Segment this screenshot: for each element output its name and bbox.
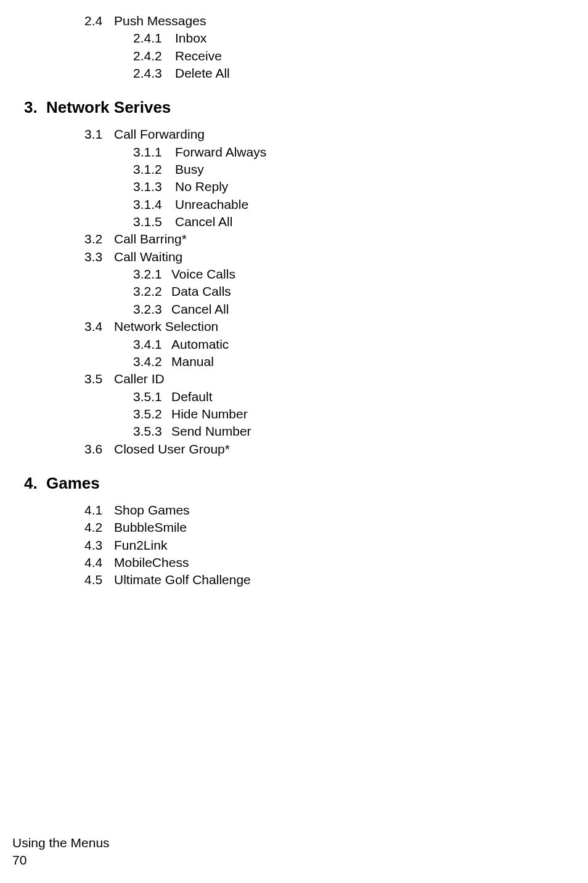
page-footer: Using the Menus 70 xyxy=(12,834,110,868)
item-number: 3.1.2 xyxy=(133,161,175,178)
item-number: 3.4 xyxy=(84,318,114,335)
item-title: Call Forwarding xyxy=(114,127,205,141)
item-number: 3.5 xyxy=(84,370,114,388)
heading-title: Games xyxy=(46,474,100,492)
item-number: 3.2.3 xyxy=(133,301,171,318)
item-title: Ultimate Golf Challenge xyxy=(114,572,251,587)
menu-item-default: 3.5.1Default xyxy=(133,388,576,405)
heading-network-services: 3.Network Serives xyxy=(24,98,576,117)
item-number: 4.3 xyxy=(84,537,114,554)
item-title: Closed User Group* xyxy=(114,442,230,456)
item-number: 3.1.4 xyxy=(133,196,175,213)
item-number: 2.4.1 xyxy=(133,30,175,47)
item-title: Caller ID xyxy=(114,372,165,386)
heading-number: 4. xyxy=(24,474,46,493)
item-title: Forward Always xyxy=(175,145,266,159)
item-number: 3.5.1 xyxy=(133,388,171,405)
item-number: 3.1.3 xyxy=(133,178,175,195)
item-title: Manual xyxy=(171,354,214,368)
menu-item-busy: 3.1.2Busy xyxy=(133,161,576,178)
menu-item-push-messages: 2.4Push Messages xyxy=(84,12,576,30)
item-title: Shop Games xyxy=(114,503,190,517)
menu-item-shop-games: 4.1Shop Games xyxy=(84,502,576,519)
menu-item-send-number: 3.5.3Send Number xyxy=(133,423,576,440)
item-title: Push Messages xyxy=(114,14,206,28)
item-title: Receive xyxy=(175,49,222,63)
footer-section-title: Using the Menus xyxy=(12,834,110,851)
menu-item-caller-id: 3.5Caller ID xyxy=(84,370,576,388)
item-number: 3.4.2 xyxy=(133,353,171,370)
item-number: 3.5.2 xyxy=(133,405,171,423)
page-number: 70 xyxy=(12,852,110,868)
item-number: 3.5.3 xyxy=(133,423,171,440)
menu-item-mobilechess: 4.4MobileChess xyxy=(84,554,576,571)
menu-item-fun2link: 4.3Fun2Link xyxy=(84,537,576,554)
menu-item-closed-user-group: 3.6Closed User Group* xyxy=(84,441,576,458)
menu-item-receive: 2.4.2Receive xyxy=(133,47,576,65)
item-title: Voice Calls xyxy=(171,267,235,281)
menu-item-unreachable: 3.1.4Unreachable xyxy=(133,196,576,213)
item-number: 2.4.2 xyxy=(133,47,175,65)
menu-item-call-forwarding: 3.1Call Forwarding xyxy=(84,126,576,143)
menu-item-automatic: 3.4.1Automatic xyxy=(133,336,576,353)
item-number: 4.2 xyxy=(84,519,114,536)
menu-item-no-reply: 3.1.3No Reply xyxy=(133,178,576,195)
item-number: 3.2.2 xyxy=(133,283,171,300)
menu-item-bubblesmile: 4.2BubbleSmile xyxy=(84,519,576,536)
item-number: 3.3 xyxy=(84,248,114,266)
item-number: 4.4 xyxy=(84,554,114,571)
item-number: 3.6 xyxy=(84,441,114,458)
item-number: 3.2.1 xyxy=(133,266,171,283)
heading-games: 4.Games xyxy=(24,474,576,493)
menu-item-manual: 3.4.2Manual xyxy=(133,353,576,370)
item-title: MobileChess xyxy=(114,555,189,569)
heading-title: Network Serives xyxy=(46,98,171,116)
menu-item-ultimate-golf-challenge: 4.5Ultimate Golf Challenge xyxy=(84,571,576,588)
menu-item-cancel-all: 3.2.3Cancel All xyxy=(133,301,576,318)
document-content: 2.4Push Messages 2.4.1Inbox 2.4.2Receive… xyxy=(12,12,576,589)
item-title: Inbox xyxy=(175,31,206,45)
item-number: 2.4 xyxy=(84,12,114,30)
item-number: 3.2 xyxy=(84,230,114,248)
menu-item-voice-calls: 3.2.1Voice Calls xyxy=(133,266,576,283)
item-title: Busy xyxy=(175,162,204,176)
item-title: No Reply xyxy=(175,179,228,193)
item-title: Cancel All xyxy=(171,302,229,316)
item-number: 3.4.1 xyxy=(133,336,171,353)
item-title: Network Selection xyxy=(114,319,218,333)
item-number: 3.1.5 xyxy=(133,213,175,230)
item-title: Unreachable xyxy=(175,197,248,211)
item-title: Automatic xyxy=(171,337,229,351)
menu-item-inbox: 2.4.1Inbox xyxy=(133,30,576,47)
item-title: Fun2Link xyxy=(114,538,167,552)
item-title: Default xyxy=(171,389,213,404)
menu-item-call-waiting: 3.3Call Waiting xyxy=(84,248,576,266)
heading-number: 3. xyxy=(24,98,46,117)
item-title: Cancel All xyxy=(175,214,232,229)
item-title: Call Waiting xyxy=(114,250,182,264)
item-title: Data Calls xyxy=(171,284,231,298)
item-number: 2.4.3 xyxy=(133,65,175,82)
menu-item-forward-always: 3.1.1Forward Always xyxy=(133,144,576,161)
item-title: Send Number xyxy=(171,424,251,438)
menu-item-hide-number: 3.5.2Hide Number xyxy=(133,405,576,423)
menu-item-call-barring: 3.2Call Barring* xyxy=(84,230,576,248)
menu-item-cancel-all: 3.1.5Cancel All xyxy=(133,213,576,230)
item-number: 4.1 xyxy=(84,502,114,519)
item-number: 4.5 xyxy=(84,571,114,588)
item-number: 3.1 xyxy=(84,126,114,143)
item-title: Delete All xyxy=(175,66,230,80)
menu-item-data-calls: 3.2.2Data Calls xyxy=(133,283,576,300)
menu-item-delete-all: 2.4.3Delete All xyxy=(133,65,576,82)
item-title: BubbleSmile xyxy=(114,520,187,534)
menu-item-network-selection: 3.4Network Selection xyxy=(84,318,576,335)
item-title: Call Barring* xyxy=(114,232,187,246)
item-number: 3.1.1 xyxy=(133,144,175,161)
item-title: Hide Number xyxy=(171,407,248,421)
